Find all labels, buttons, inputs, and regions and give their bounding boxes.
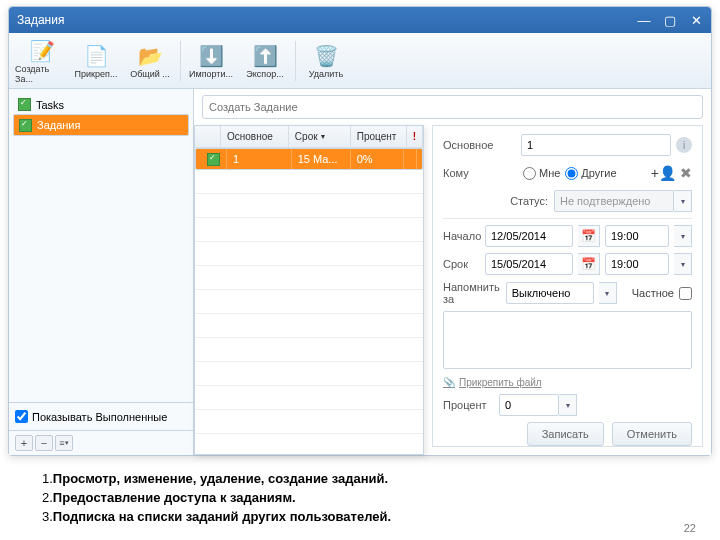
- assignees-actions: +👤 ✖: [651, 165, 692, 181]
- new-task-bar: [194, 89, 711, 125]
- cancel-button[interactable]: Отменить: [612, 422, 692, 446]
- toolbar-separator: [295, 41, 296, 81]
- calendar-icon[interactable]: 📅: [578, 253, 600, 275]
- trash-icon: 🗑️: [313, 43, 339, 69]
- radio-others[interactable]: Другие: [565, 167, 616, 180]
- detail-pane: Основное i Кому Мне Другие +👤 ✖: [432, 125, 703, 447]
- task-table: Основное Срок ▼ Процент ! 1 15 Ма... 0%: [194, 125, 424, 455]
- show-completed-row: Показывать Выполненные: [9, 402, 193, 430]
- col-pct[interactable]: Процент: [351, 126, 407, 147]
- show-completed-label: Показывать Выполненные: [32, 411, 167, 423]
- radio-me[interactable]: Мне: [523, 167, 560, 180]
- status-field: [554, 190, 674, 212]
- toolbar-attach[interactable]: 📄 Прикреп...: [69, 36, 123, 86]
- sidebar-footer-buttons: + − ≡▾: [9, 430, 193, 455]
- save-button[interactable]: Записать: [527, 422, 604, 446]
- toolbar: 📝 Создать За... 📄 Прикреп... 📂 Общий ...…: [9, 33, 711, 89]
- private-checkbox[interactable]: [679, 287, 692, 300]
- toolbar-delete[interactable]: 🗑️ Удалить: [299, 36, 353, 86]
- add-user-icon[interactable]: +👤: [651, 165, 676, 181]
- label-status: Статус:: [510, 195, 548, 207]
- table-header: Основное Срок ▼ Процент !: [195, 126, 423, 148]
- toolbar-import[interactable]: ⬇️ Импорти...: [184, 36, 238, 86]
- table-row[interactable]: [195, 410, 423, 434]
- table-row[interactable]: [195, 290, 423, 314]
- export-icon: ⬆️: [252, 43, 278, 69]
- caption-text: 1.Просмотр, изменение, удаление, создани…: [42, 470, 391, 527]
- sidebar: Tasks Задания Показывать Выполненные + −…: [9, 89, 194, 455]
- attach-file-link[interactable]: 📎 Прикрепить файл: [443, 377, 692, 388]
- percent-input[interactable]: [499, 394, 559, 416]
- remove-list-button[interactable]: −: [35, 435, 53, 451]
- col-main[interactable]: Основное: [221, 126, 289, 147]
- import-icon: ⬇️: [198, 43, 224, 69]
- table-row[interactable]: [195, 338, 423, 362]
- label-pct: Процент: [443, 399, 499, 411]
- table-row[interactable]: [195, 170, 423, 194]
- toolbar-shared[interactable]: 📂 Общий ...: [123, 36, 177, 86]
- minimize-button[interactable]: ―: [633, 11, 655, 29]
- table-row[interactable]: [195, 242, 423, 266]
- add-list-button[interactable]: +: [15, 435, 33, 451]
- new-task-input[interactable]: [202, 95, 703, 119]
- toolbar-create-task[interactable]: 📝 Создать За...: [15, 36, 69, 86]
- sidebar-item-tasks[interactable]: Tasks: [13, 95, 189, 114]
- status-dropdown[interactable]: ▾: [674, 190, 692, 212]
- label-to: Кому: [443, 167, 523, 179]
- maximize-button[interactable]: ▢: [659, 11, 681, 29]
- remind-dropdown[interactable]: ▾: [599, 282, 617, 304]
- center-pane: Основное Срок ▼ Процент ! 1 15 Ма... 0%: [194, 89, 711, 455]
- tasks-window: Задания ― ▢ ✕ 📝 Создать За... 📄 Прикреп.…: [8, 6, 712, 456]
- due-time-input[interactable]: [605, 253, 669, 275]
- col-alert[interactable]: !: [407, 126, 423, 147]
- table-row[interactable]: [195, 194, 423, 218]
- table-row[interactable]: 1 15 Ма... 0%: [195, 148, 423, 170]
- sidebar-item-zadaniya[interactable]: Задания: [13, 114, 189, 136]
- info-icon[interactable]: i: [676, 137, 692, 153]
- start-date-input[interactable]: [485, 225, 573, 247]
- col-icon[interactable]: [195, 126, 221, 147]
- titlebar[interactable]: Задания ― ▢ ✕: [9, 7, 711, 33]
- table-row[interactable]: [195, 218, 423, 242]
- start-time-input[interactable]: [605, 225, 669, 247]
- main-input[interactable]: [521, 134, 671, 156]
- close-button[interactable]: ✕: [685, 11, 707, 29]
- menu-button[interactable]: ≡▾: [55, 435, 73, 451]
- table-row[interactable]: [195, 314, 423, 338]
- page-number: 22: [684, 522, 696, 534]
- due-time-dropdown[interactable]: ▾: [674, 253, 692, 275]
- label-due: Срок: [443, 258, 485, 270]
- tasklist-icon: [19, 119, 32, 132]
- table-row[interactable]: [195, 266, 423, 290]
- sort-desc-icon: ▼: [320, 133, 327, 140]
- share-icon: 📂: [137, 43, 163, 69]
- start-time-dropdown[interactable]: ▾: [674, 225, 692, 247]
- label-main: Основное: [443, 139, 521, 151]
- remind-select[interactable]: [506, 282, 594, 304]
- notes-textarea[interactable]: [443, 311, 692, 369]
- label-start: Начало: [443, 230, 485, 242]
- window-title: Задания: [17, 13, 64, 27]
- attach-icon: 📄: [83, 43, 109, 69]
- show-completed-checkbox[interactable]: [15, 410, 28, 423]
- col-due[interactable]: Срок ▼: [289, 126, 351, 147]
- app-body: Tasks Задания Показывать Выполненные + −…: [9, 89, 711, 455]
- clear-user-icon[interactable]: ✖: [680, 165, 692, 181]
- label-private: Частное: [632, 287, 674, 299]
- tasklist-icon: [18, 98, 31, 111]
- task-list-tree: Tasks Задания: [9, 89, 193, 402]
- note-check-icon: 📝: [29, 38, 55, 64]
- toolbar-separator: [180, 41, 181, 81]
- percent-dropdown[interactable]: ▾: [559, 394, 577, 416]
- calendar-icon[interactable]: 📅: [578, 225, 600, 247]
- paperclip-icon: 📎: [443, 377, 455, 388]
- due-date-input[interactable]: [485, 253, 573, 275]
- table-row[interactable]: [195, 386, 423, 410]
- label-remind: Напомнить за: [443, 281, 506, 305]
- table-row[interactable]: [195, 362, 423, 386]
- toolbar-export[interactable]: ⬆️ Экспор...: [238, 36, 292, 86]
- task-icon: [207, 153, 220, 166]
